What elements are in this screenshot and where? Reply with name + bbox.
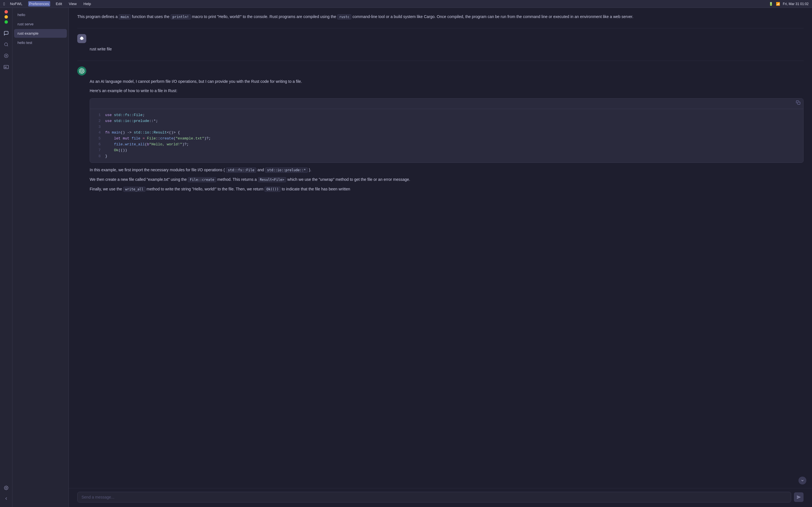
- inline-code-ok: Ok(()): [264, 187, 281, 192]
- apple-menu[interactable]: : [3, 1, 5, 6]
- conversation-label: rust serve: [17, 22, 34, 26]
- preferences-menu[interactable]: Preferences: [28, 1, 50, 6]
- explore-icon[interactable]: [2, 52, 10, 60]
- code-line-2: 2 use std::io::prelude::*;: [90, 118, 803, 124]
- inline-code-fs: std::fs::File: [226, 168, 256, 173]
- user-message-text: rust write file: [90, 46, 804, 53]
- conversation-item-hello[interactable]: hello: [14, 10, 67, 19]
- message-block-1: This program defines a main function tha…: [77, 13, 804, 20]
- ai-paragraph-5: Finally, we use the write_all method to …: [90, 186, 804, 193]
- separator-1: [77, 28, 804, 29]
- menu-items: NoFWL Preferences Edit View Help: [9, 1, 92, 6]
- maximize-button[interactable]: [4, 20, 8, 24]
- delete-conversation-button[interactable]: 🗑: [60, 32, 63, 35]
- code-line-5: 5 let mut file = File::create("example.t…: [90, 136, 803, 142]
- svg-point-0: [4, 43, 8, 46]
- inline-code-main: main: [119, 14, 131, 19]
- code-line-8: 8 }: [90, 154, 803, 159]
- code-line-4: 4 fn main() -> std::io::Result<()> {: [90, 130, 803, 136]
- chat-messages: This program defines a main function tha…: [69, 8, 812, 488]
- help-menu[interactable]: Help: [82, 1, 92, 6]
- conversation-label: hello test: [17, 41, 32, 45]
- app-container: M↓ hello rust serve rust exa: [0, 8, 812, 507]
- ai-paragraph-3: In this example, we first import the nec…: [90, 167, 804, 173]
- message-body-1: This program defines a main function tha…: [77, 13, 804, 20]
- inline-code-rustc: rustc: [337, 14, 351, 19]
- date-time: Fri, Mar 31 01:02: [783, 2, 809, 6]
- conversation-label: hello: [17, 13, 25, 17]
- send-button[interactable]: [794, 492, 804, 502]
- ai-avatar: [77, 66, 86, 75]
- menu-bar-right: 🔋 📶 Fri, Mar 31 01:02: [769, 2, 809, 6]
- search-icon[interactable]: [2, 41, 10, 48]
- collapse-sidebar-icon[interactable]: [2, 495, 10, 503]
- copy-code-button[interactable]: [796, 100, 801, 107]
- conversation-label: rust example: [17, 31, 38, 36]
- code-content: 1 use std::fs::File; 2 use std::io::prel…: [90, 109, 803, 163]
- scroll-down-button[interactable]: [799, 476, 806, 485]
- menu-bar:  NoFWL Preferences Edit View Help 🔋 📶 F…: [0, 0, 812, 8]
- conversation-sidebar: hello rust serve rust example ✏ 🗑 hello …: [12, 8, 69, 507]
- window-controls: [4, 10, 8, 24]
- ai-paragraph-2: Here's an example of how to write to a f…: [90, 88, 804, 94]
- close-button[interactable]: [4, 10, 8, 13]
- battery-icon: 🔋: [769, 2, 773, 6]
- wifi-icon: 📶: [776, 2, 780, 6]
- minimize-button[interactable]: [4, 15, 8, 18]
- code-line-6: 6 file.write_all(b"Hello, world!")?;: [90, 142, 803, 148]
- svg-point-3: [6, 55, 7, 56]
- code-block: 1 use std::fs::File; 2 use std::io::prel…: [90, 98, 804, 163]
- svg-text:M↓: M↓: [4, 66, 8, 69]
- ai-paragraph-1: As an AI language model, I cannot perfor…: [90, 78, 804, 85]
- svg-point-6: [6, 487, 7, 489]
- conversation-item-rust-serve[interactable]: rust serve: [14, 20, 67, 29]
- view-menu[interactable]: View: [68, 1, 78, 6]
- user-message-body: rust write file: [77, 46, 804, 53]
- message-text-1: This program defines a main function tha…: [77, 13, 804, 20]
- inline-code-println: println!: [170, 14, 191, 19]
- conversation-item-rust-example[interactable]: rust example ✏ 🗑: [14, 29, 67, 38]
- inline-code-result-file: Result<File>: [258, 177, 287, 182]
- chat-input-area: [69, 488, 812, 507]
- message-block-user: rust write file: [77, 34, 804, 53]
- bottom-icons: [2, 484, 10, 505]
- chat-icon[interactable]: [2, 29, 10, 37]
- markdown-icon[interactable]: M↓: [2, 63, 10, 71]
- edit-conversation-button[interactable]: ✏: [57, 32, 59, 35]
- ai-message-header: [77, 66, 804, 75]
- inline-code-file-create: File::create: [188, 177, 216, 182]
- icon-sidebar: M↓: [0, 8, 12, 507]
- code-block-header: [90, 99, 803, 109]
- ai-message-body: As an AI language model, I cannot perfor…: [77, 78, 804, 193]
- svg-rect-7: [798, 102, 800, 105]
- inline-code-write-all: write_all: [123, 187, 146, 192]
- settings-icon[interactable]: [2, 484, 10, 492]
- chat-input[interactable]: [77, 492, 791, 503]
- inline-code-io: std::io::prelude::*: [265, 168, 308, 173]
- code-line-3: 3: [90, 124, 803, 130]
- svg-line-1: [7, 45, 8, 46]
- edit-menu[interactable]: Edit: [55, 1, 63, 6]
- message-block-ai: As an AI language model, I cannot perfor…: [77, 66, 804, 193]
- conversation-item-hello-test[interactable]: hello test: [14, 38, 67, 47]
- user-avatar: [77, 34, 86, 43]
- svg-point-2: [4, 54, 8, 57]
- user-message-header: [77, 34, 804, 43]
- app-name-menu[interactable]: NoFWL: [9, 1, 23, 6]
- ai-paragraph-4: We then create a new file called "exampl…: [90, 176, 804, 183]
- chat-area: This program defines a main function tha…: [69, 8, 812, 507]
- code-line-7: 7 Ok(()): [90, 148, 803, 154]
- code-line-1: 1 use std::fs::File;: [90, 112, 803, 118]
